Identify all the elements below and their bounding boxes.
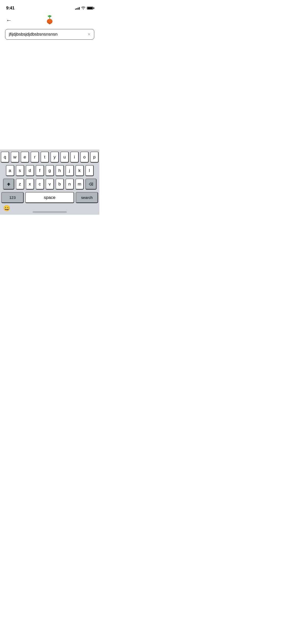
keyboard-row-4: 123 space search bbox=[1, 192, 99, 203]
home-indicator bbox=[33, 211, 67, 213]
signal-bars-icon bbox=[75, 7, 80, 10]
status-bar: 9:41 bbox=[0, 0, 99, 13]
content-area bbox=[0, 42, 99, 139]
app-header: ← bbox=[0, 13, 99, 29]
search-key[interactable]: search bbox=[76, 192, 98, 203]
key-o[interactable]: o bbox=[80, 152, 89, 163]
status-time: 9:41 bbox=[6, 6, 15, 11]
numbers-key[interactable]: 123 bbox=[1, 192, 24, 203]
back-button[interactable]: ← bbox=[5, 16, 13, 25]
keyboard-row-1: q w e r t y u i o p bbox=[1, 152, 99, 163]
key-g[interactable]: g bbox=[46, 165, 54, 176]
key-x[interactable]: x bbox=[26, 179, 34, 189]
key-l[interactable]: l bbox=[85, 165, 94, 176]
key-s[interactable]: s bbox=[16, 165, 24, 176]
key-f[interactable]: f bbox=[36, 165, 44, 176]
keyboard-row-3: z x c v b n m bbox=[1, 179, 99, 189]
key-c[interactable]: c bbox=[36, 179, 44, 189]
search-input[interactable] bbox=[9, 32, 86, 37]
delete-key[interactable] bbox=[85, 179, 97, 189]
key-w[interactable]: w bbox=[11, 152, 19, 163]
key-m[interactable]: m bbox=[75, 179, 84, 189]
key-q[interactable]: q bbox=[1, 152, 9, 163]
clear-button[interactable]: × bbox=[86, 32, 90, 37]
keyboard-row-2: a s d f g h j k l bbox=[1, 165, 99, 176]
key-n[interactable]: n bbox=[65, 179, 74, 189]
key-b[interactable]: b bbox=[56, 179, 64, 189]
key-y[interactable]: y bbox=[50, 152, 59, 163]
key-e[interactable]: e bbox=[21, 152, 29, 163]
space-key[interactable]: space bbox=[25, 192, 74, 203]
key-r[interactable]: r bbox=[31, 152, 39, 163]
key-d[interactable]: d bbox=[26, 165, 34, 176]
key-j[interactable]: j bbox=[65, 165, 74, 176]
status-icons bbox=[75, 6, 93, 10]
emoji-key[interactable]: 😀 bbox=[3, 205, 10, 212]
key-p[interactable]: p bbox=[90, 152, 99, 163]
carrot-logo-icon bbox=[44, 15, 55, 26]
keyboard: q w e r t y u i o p a s d f g h j k l z … bbox=[0, 150, 99, 215]
key-t[interactable]: t bbox=[40, 152, 49, 163]
key-i[interactable]: i bbox=[70, 152, 79, 163]
key-v[interactable]: v bbox=[46, 179, 54, 189]
app-logo bbox=[44, 15, 55, 26]
search-container: × bbox=[0, 29, 99, 42]
key-z[interactable]: z bbox=[16, 179, 24, 189]
search-input-wrapper: × bbox=[5, 29, 94, 40]
key-h[interactable]: h bbox=[56, 165, 64, 176]
shift-key[interactable] bbox=[3, 179, 14, 189]
wifi-icon bbox=[81, 6, 85, 10]
key-a[interactable]: a bbox=[6, 165, 14, 176]
key-u[interactable]: u bbox=[60, 152, 69, 163]
key-k[interactable]: k bbox=[75, 165, 84, 176]
battery-icon bbox=[87, 7, 93, 10]
